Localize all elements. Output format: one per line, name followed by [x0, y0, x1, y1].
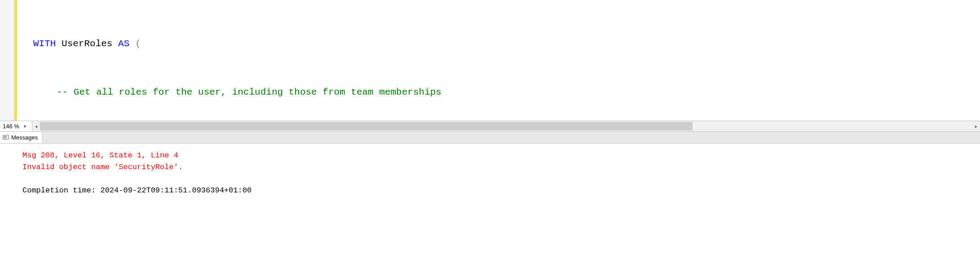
sql-editor[interactable]: WITH UserRoles AS ( -- Get all roles for…	[0, 0, 980, 121]
scrollbar-track[interactable]	[40, 121, 972, 131]
paren-open: (	[135, 39, 141, 49]
tab-label: Messages	[11, 134, 38, 141]
identifier: UserRoles	[62, 39, 112, 49]
editor-gutter	[0, 0, 14, 121]
comment: -- Get all roles for the user, including…	[57, 87, 441, 97]
horizontal-scrollbar[interactable]: ◄ ►	[32, 121, 980, 131]
error-line: Msg 208, Level 16, State 1, Line 4	[22, 150, 980, 161]
zoom-dropdown[interactable]: 146 % ▼	[0, 121, 32, 131]
results-tab-strip: Messages	[0, 132, 980, 144]
keyword-with: WITH	[33, 39, 56, 49]
error-line: Invalid object name 'SecurityRole'.	[22, 161, 980, 173]
code-area[interactable]: WITH UserRoles AS ( -- Get all roles for…	[17, 0, 980, 121]
messages-output[interactable]: Msg 208, Level 16, State 1, Line 4 Inval…	[0, 144, 980, 196]
scroll-right-button[interactable]: ►	[972, 121, 980, 131]
code-line: WITH UserRoles AS (	[33, 36, 980, 52]
completion-time: Completion time: 2024-09-22T09:11:51.093…	[22, 185, 980, 196]
code-line: -- Get all roles for the user, including…	[33, 84, 980, 100]
chevron-down-icon: ▼	[23, 124, 27, 129]
scroll-left-button[interactable]: ◄	[32, 121, 40, 131]
keyword-as: AS	[118, 39, 129, 49]
blank-line	[22, 173, 980, 185]
editor-status-bar: 146 % ▼ ◄ ►	[0, 121, 980, 132]
messages-icon	[3, 135, 9, 141]
tab-messages[interactable]: Messages	[0, 132, 43, 143]
scrollbar-thumb[interactable]	[40, 122, 693, 131]
zoom-value: 146 %	[3, 123, 19, 130]
